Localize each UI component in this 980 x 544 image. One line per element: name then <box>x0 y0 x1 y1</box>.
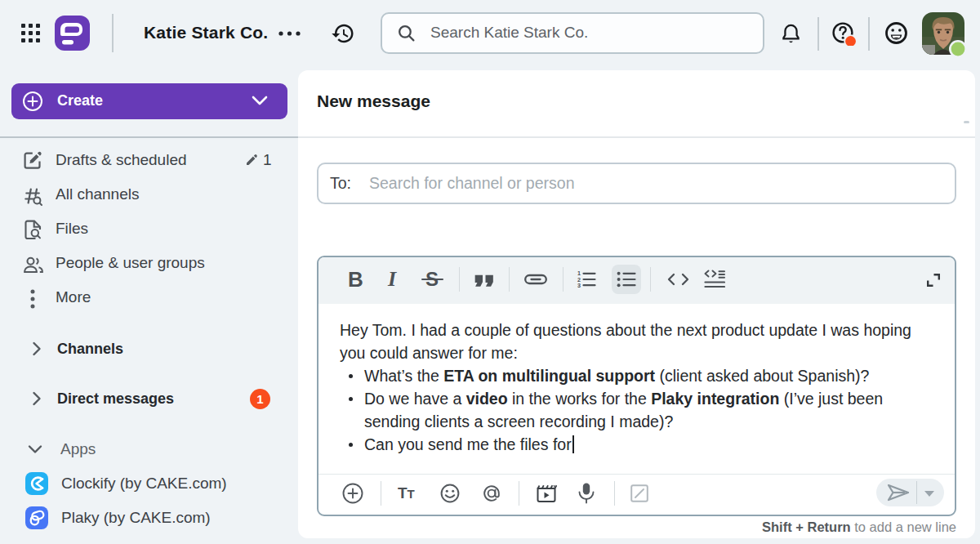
svg-text:3: 3 <box>577 282 581 288</box>
